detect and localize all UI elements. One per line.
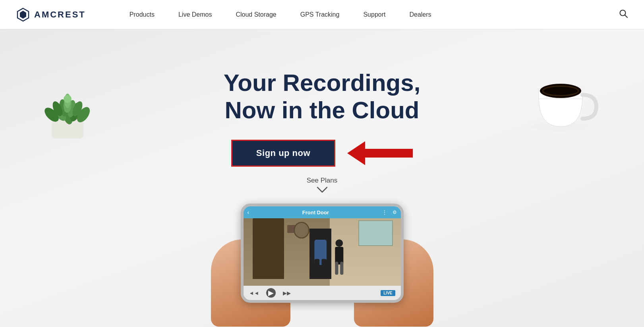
svg-point-26 [336,239,343,247]
hero-section: Your Recordings, Now in the Cloud Sign u… [0,29,644,327]
svg-rect-24 [314,259,319,277]
arrow-head [347,141,365,165]
nav-gps-tracking[interactable]: GPS Tracking [288,0,352,29]
forward-btn[interactable]: ▶▶ [283,290,291,296]
phone-mockup-area: ‹ Front Door ⋮ ⚙ [0,200,644,327]
phone-back-btn: ‹ [248,209,249,215]
svg-rect-29 [340,262,343,275]
hero-title: Your Recordings, Now in the Cloud [224,69,421,124]
nav-products[interactable]: Products [118,0,166,29]
nav-cloud-storage[interactable]: Cloud Storage [224,0,288,29]
navbar: AMCREST Products Live Demos Cloud Storag… [0,0,644,29]
hero-title-line1: Your Recordings, [224,69,421,96]
svg-point-22 [315,229,326,240]
phone-camera-title: Front Door [252,210,379,215]
plant-decoration [24,53,111,140]
search-icon[interactable] [619,9,628,21]
scroll-down-chevron[interactable] [317,187,328,196]
see-plans-link[interactable]: See Plans [307,177,338,185]
phone-settings-icon: ⚙ [393,210,397,215]
logo-icon [16,8,30,22]
svg-rect-25 [321,259,327,277]
nav-dealers[interactable]: Dealers [397,0,443,29]
brand-name: AMCREST [34,10,86,20]
svg-marker-1 [20,11,26,19]
svg-point-16 [64,95,72,103]
hero-title-line2: Now in the Cloud [225,97,420,123]
nav-links: Products Live Demos Cloud Storage GPS Tr… [118,0,619,29]
room-mirror [294,222,309,239]
rewind-btn[interactable]: ◄◄ [249,290,259,296]
svg-line-3 [625,15,627,17]
phone-video-feed [244,218,401,286]
nav-support[interactable]: Support [351,0,397,29]
phone-menu-icon: ⋮ [382,210,387,215]
coffee-decoration [517,49,604,137]
signup-button[interactable]: Sign up now [231,140,335,167]
phone-device: ‹ Front Door ⋮ ⚙ [241,204,404,303]
phone-header: ‹ Front Door ⋮ ⚙ [244,206,401,218]
person2-silhouette [331,239,347,276]
nav-live-demos[interactable]: Live Demos [166,0,224,29]
arrow-body [365,149,413,158]
live-badge: LIVE [381,290,395,296]
svg-rect-28 [335,262,338,275]
phone-controls: ◄◄ ▶ ▶▶ LIVE [244,286,401,300]
play-btn[interactable]: ▶ [266,288,276,298]
window-light [358,220,393,246]
person1-silhouette [309,229,331,279]
hero-content: Your Recordings, Now in the Cloud Sign u… [224,69,421,196]
hero-cta-row: Sign up now [231,140,413,167]
red-arrow [347,141,413,165]
brand-logo[interactable]: AMCREST [16,8,86,22]
room-door [253,218,284,279]
